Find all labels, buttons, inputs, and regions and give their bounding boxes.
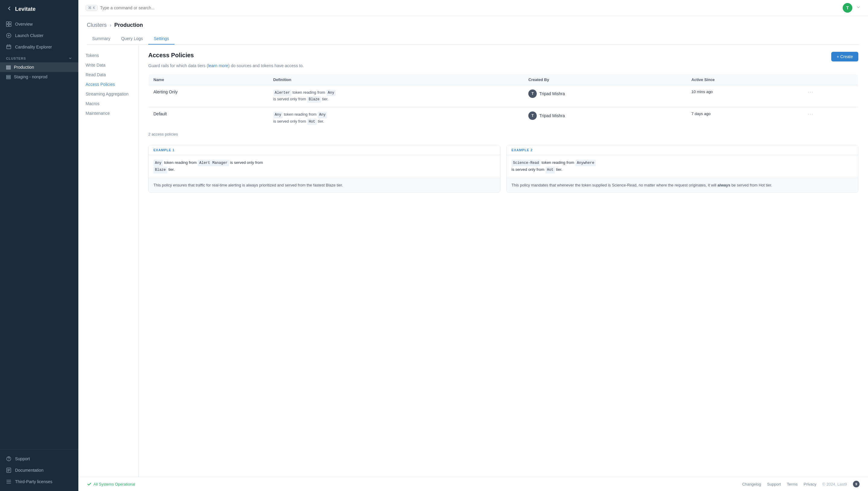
back-icon[interactable] (6, 5, 12, 13)
example-2-code: Science-Read token reading from Anywhere… (507, 155, 858, 178)
policy-definition-alerting: Alerter token reading from Any is served… (269, 85, 524, 107)
support-nav[interactable]: Support (0, 453, 78, 464)
svg-rect-6 (6, 66, 10, 66)
settings-nav-tokens[interactable]: Tokens (78, 51, 138, 60)
page-header: Clusters › Production Summary Query Logs… (78, 16, 868, 45)
user-menu-chevron[interactable] (856, 5, 861, 11)
col-created-by: Created By (524, 75, 687, 85)
tab-query-logs[interactable]: Query Logs (116, 33, 148, 45)
launch-cluster-label: Launch Cluster (15, 33, 44, 38)
access-policies-section: Access Policies + Create Guard rails for… (139, 45, 868, 477)
launch-cluster-nav[interactable]: Launch Cluster (0, 30, 78, 41)
table-row: Alerting Only Alerter token reading from… (148, 85, 858, 107)
policy-name-alerting: Alerting Only (148, 85, 269, 107)
cardinality-explorer-label: Cardinality Explorer (15, 45, 52, 49)
settings-nav-maintenance[interactable]: Maintenance (78, 109, 138, 118)
example-2-badge: EXAMPLE 2 (507, 145, 858, 155)
app-name: Levitate (15, 6, 35, 12)
overview-nav[interactable]: Overview (0, 18, 78, 30)
example-1-desc: This policy ensures that traffic for rea… (148, 178, 500, 193)
app-logo[interactable]: Levitate (0, 0, 78, 18)
svg-rect-2 (6, 24, 8, 27)
documentation-label: Documentation (15, 468, 44, 473)
policy-time-default: 7 days ago (687, 107, 803, 129)
col-actions (803, 75, 858, 85)
example-card-1: EXAMPLE 1 Any token reading from Alert M… (148, 145, 500, 193)
svg-rect-3 (9, 24, 11, 27)
example-2-desc: This policy mandates that whenever the t… (507, 178, 858, 193)
example-1-code: Any token reading from Alert Manager is … (148, 155, 500, 178)
col-definition: Definition (269, 75, 524, 85)
support-link[interactable]: Support (767, 482, 781, 487)
topbar: ⌘ K T (78, 0, 868, 16)
settings-sidebar: Tokens Write Data Read Data Access Polic… (78, 45, 139, 477)
policy-creator-alerting: T Tripad Mishra (524, 85, 687, 107)
breadcrumb-production: Production (114, 22, 143, 28)
user-avatar[interactable]: T (843, 3, 852, 13)
svg-rect-10 (6, 77, 10, 78)
search-area: ⌘ K (86, 5, 839, 11)
page-content: Clusters › Production Summary Query Logs… (78, 16, 868, 477)
policy-definition-default: Any token reading from Any is served onl… (269, 107, 524, 129)
privacy-link[interactable]: Privacy (804, 482, 816, 487)
creator-avatar-default: T (528, 112, 537, 120)
svg-rect-0 (6, 22, 8, 24)
support-label: Support (15, 456, 30, 461)
examples-row: EXAMPLE 1 Any token reading from Alert M… (148, 145, 858, 193)
learn-more-link[interactable]: learn more (208, 63, 228, 68)
terms-link[interactable]: Terms (787, 482, 797, 487)
svg-rect-7 (6, 67, 10, 68)
table-row: Default Any token reading from Any is se… (148, 107, 858, 129)
svg-rect-5 (7, 45, 11, 49)
settings-nav-access-policies[interactable]: Access Policies (78, 80, 138, 89)
production-label: Production (14, 65, 34, 69)
svg-rect-11 (6, 78, 10, 79)
policy-table: Name Definition Created By Active Since … (148, 74, 858, 129)
settings-nav-read-data[interactable]: Read Data (78, 70, 138, 80)
settings-nav-streaming-aggregation[interactable]: Streaming Aggregation (78, 89, 138, 99)
create-button[interactable]: + Create (831, 52, 858, 61)
tabs-bar: Summary Query Logs Settings (87, 33, 860, 45)
section-header-row: Access Policies + Create (148, 52, 858, 61)
copyright-text: © 2024, Last9 (822, 482, 847, 487)
breadcrumb-clusters[interactable]: Clusters (87, 22, 107, 28)
breadcrumb-separator: › (110, 23, 111, 28)
clusters-section-header: CLUSTERS (0, 53, 78, 62)
changelog-link[interactable]: Changelog (742, 482, 761, 487)
third-party-label: Third-Party licenses (15, 479, 52, 484)
settings-body: Tokens Write Data Read Data Access Polic… (78, 45, 868, 477)
kbd-hint: ⌘ K (86, 5, 97, 11)
sidebar: Levitate Overview Launch Cluster Cardina… (0, 0, 78, 491)
overview-label: Overview (15, 22, 32, 27)
kbd1: ⌘ (88, 6, 92, 10)
policy-menu-default[interactable]: ··· (803, 107, 858, 129)
svg-rect-8 (6, 68, 10, 69)
status-text: All Systems Operational (93, 482, 135, 487)
version-badge: 9 (853, 481, 860, 487)
footer: All Systems Operational Changelog Suppor… (78, 477, 868, 491)
tab-settings[interactable]: Settings (148, 33, 174, 45)
search-input[interactable] (100, 5, 839, 10)
policies-count: 2 access policies (148, 132, 858, 137)
tab-summary[interactable]: Summary (87, 33, 116, 45)
section-description: Guard rails for which data tiers (learn … (148, 63, 858, 68)
staging-label: Staging - nonprod (14, 75, 47, 79)
col-active-since: Active Since (687, 75, 803, 85)
cardinality-explorer-nav[interactable]: Cardinality Explorer (0, 41, 78, 53)
col-name: Name (148, 75, 269, 85)
svg-rect-1 (9, 22, 11, 24)
sidebar-item-staging[interactable]: Staging - nonprod (0, 72, 78, 82)
sidebar-bottom: Support Documentation Third-Party licens… (0, 449, 78, 491)
policy-menu-alerting[interactable]: ··· (803, 85, 858, 107)
footer-links: Changelog Support Terms Privacy © 2024, … (742, 481, 860, 487)
settings-nav-macros[interactable]: Macros (78, 99, 138, 109)
policy-time-alerting: 10 mins ago (687, 85, 803, 107)
sidebar-item-production[interactable]: Production (0, 62, 78, 72)
policy-name-default: Default (148, 107, 269, 129)
main-content: ⌘ K T Clusters › Production Summary Quer… (78, 0, 868, 491)
third-party-nav[interactable]: Third-Party licenses (0, 476, 78, 487)
documentation-nav[interactable]: Documentation (0, 464, 78, 476)
example-1-badge: EXAMPLE 1 (148, 145, 500, 155)
settings-nav-write-data[interactable]: Write Data (78, 60, 138, 70)
footer-status: All Systems Operational (87, 482, 135, 487)
